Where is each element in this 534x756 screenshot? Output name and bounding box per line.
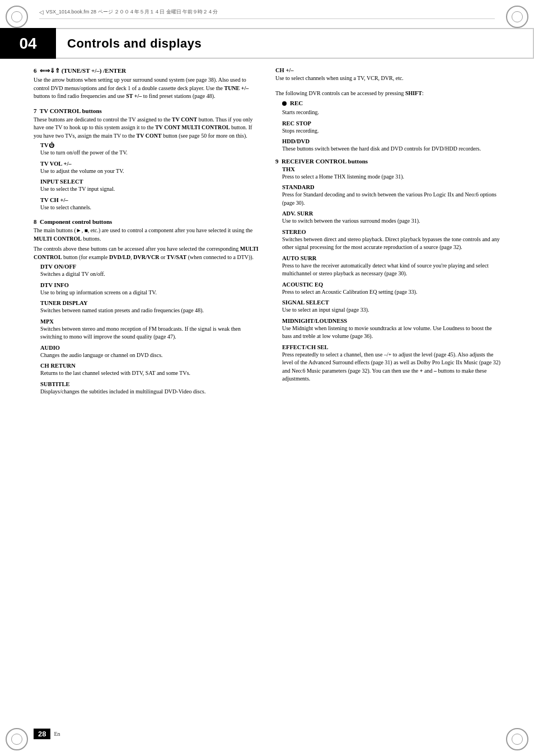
rcv-adv-surr-body: Use to switch between the various surrou… — [282, 217, 500, 226]
comp-audio-label: AUDIO — [40, 345, 259, 351]
rcv-adv-surr-label: ADV. SURR — [282, 210, 500, 217]
section-ch: CH +/– Use to select channels when using… — [275, 67, 500, 83]
comp-ch-return: CH RETURN Returns to the last channel se… — [40, 363, 259, 378]
chapter-header: 04 Controls and displays — [0, 28, 534, 59]
dvr-rec-stop-label: REC STOP — [282, 120, 500, 126]
section-7-body: These buttons are dedicated to control t… — [34, 116, 259, 140]
top-bar-arrow: ◁ — [39, 9, 44, 15]
comp-dtv-onoff-label: DTV ON/OFF — [40, 264, 259, 270]
rcv-stereo: STEREO Switches between direct and stere… — [282, 229, 500, 252]
chapter-title: Controls and displays — [67, 36, 202, 51]
comp-dtv-info: DTV INFO Use to bring up information scr… — [40, 282, 259, 297]
corner-decoration-bl — [0, 722, 34, 756]
section-8-body1: The main buttons (►, ■, etc.) are used t… — [34, 227, 259, 243]
rcv-midnight-loudness-label: MIDNIGHT/LOUDNESS — [282, 318, 500, 324]
comp-tuner-display-body: Switches between named station presets a… — [40, 307, 259, 315]
chapter-number-box: 04 — [0, 28, 56, 59]
rcv-standard: STANDARD Press for Standard decoding and… — [282, 184, 500, 207]
rcv-signal-select-body: Use to select an input signal (page 33). — [282, 306, 500, 314]
comp-subtitle-label: SUBTITLE — [40, 381, 259, 387]
rcv-midnight-loudness: MIDNIGHT/LOUDNESS Use Midnight when list… — [282, 318, 500, 341]
dvr-hdd-dvd-label: HDD/DVD — [282, 138, 500, 144]
rcv-acoustic-eq: ACOUSTIC EQ Press to select an Acoustic … — [282, 281, 500, 297]
rcv-signal-select: SIGNAL SELECT Use to select an input sig… — [282, 299, 500, 314]
dvr-note: The following DVR controls can be access… — [275, 90, 500, 98]
section-9: 9 RECEIVER CONTROL buttons THX Press to … — [275, 158, 500, 383]
rcv-stereo-body: Switches between direct and stereo playb… — [282, 236, 500, 252]
dvr-rec: REC Starts recording. — [282, 100, 500, 117]
comp-audio-body: Changes the audio language or channel on… — [40, 351, 259, 360]
section-6-heading: 6 ⇐⇒⇓⇑ (TUNE/ST +/–) /ENTER — [34, 67, 259, 74]
rcv-midnight-loudness-body: Use Midnight when listening to movie sou… — [282, 325, 500, 341]
rcv-effect-ch-sel-body: Press repeatedly to select a channel, th… — [282, 351, 500, 383]
rcv-standard-body: Press for Standard decoding and to switc… — [282, 191, 500, 207]
tv-sub-vol: TV VOL +/– Use to adjust the volume on y… — [40, 161, 259, 176]
dvr-rec-bullet: REC — [282, 100, 500, 106]
tv-sub-vol-body: Use to adjust the volume on your TV. — [40, 167, 259, 176]
comp-dtv-onoff-body: Switches a digital TV on/off. — [40, 270, 259, 279]
tv-sub-vol-label: TV VOL +/– — [40, 161, 259, 167]
comp-mpx: MPX Switches between stereo and mono rec… — [40, 318, 259, 341]
tv-sub-power-body: Use to turn on/off the power of the TV. — [40, 149, 259, 157]
section-7-heading: 7 TV CONTROL buttons — [34, 107, 259, 114]
dvr-rec-bullet-icon — [282, 101, 287, 106]
rcv-standard-label: STANDARD — [282, 184, 500, 190]
comp-tuner-display: TUNER DISPLAY Switches between named sta… — [40, 300, 259, 315]
comp-audio: AUDIO Changes the audio language or chan… — [40, 345, 259, 360]
ch-label: CH +/– — [275, 67, 500, 73]
right-column: CH +/– Use to select channels when using… — [275, 67, 500, 711]
dvr-rec-body: Starts recording. — [282, 109, 500, 117]
dvr-rec-stop-body: Stops recording. — [282, 127, 500, 135]
rcv-auto-surr: AUTO SURR Press to have the receiver aut… — [282, 255, 500, 278]
comp-dtv-info-label: DTV INFO — [40, 282, 259, 288]
comp-subtitle-body: Displays/changes the subtitles included … — [40, 388, 259, 396]
rcv-effect-ch-sel: EFFECT/CH SEL Press repeatedly to select… — [282, 344, 500, 383]
section-7: 7 TV CONTROL buttons These buttons are d… — [34, 107, 259, 212]
section-6: 6 ⇐⇒⇓⇑ (TUNE/ST +/–) /ENTER Use the arro… — [34, 67, 259, 101]
comp-dtv-info-body: Use to bring up information screens on a… — [40, 289, 259, 297]
rcv-thx: THX Press to select a Home THX listening… — [282, 166, 500, 181]
ch-body: Use to select channels when using a TV, … — [275, 74, 500, 83]
rcv-stereo-label: STEREO — [282, 229, 500, 235]
comp-tuner-display-label: TUNER DISPLAY — [40, 300, 259, 306]
dvr-hdd-dvd: HDD/DVD These buttons switch between the… — [282, 138, 500, 153]
comp-ch-return-label: CH RETURN — [40, 363, 259, 369]
main-content: 6 ⇐⇒⇓⇑ (TUNE/ST +/–) /ENTER Use the arro… — [34, 67, 500, 711]
section-8-heading: 8 Component control buttons — [34, 218, 259, 225]
dvr-rec-label: REC — [290, 100, 303, 106]
top-bar: ◁ VSX_1014.book.fm 28 ページ ２００４年５月１４日 金曜日… — [39, 8, 495, 19]
rcv-signal-select-label: SIGNAL SELECT — [282, 299, 500, 306]
tv-sub-ch-label: TV CH +/– — [40, 197, 259, 203]
chapter-title-box: Controls and displays — [56, 28, 534, 59]
section-6-body: Use the arrow buttons when setting up yo… — [34, 76, 259, 101]
comp-ch-return-body: Returns to the last channel selected wit… — [40, 369, 259, 378]
section-8-body2: The controls above these buttons can be … — [34, 245, 259, 261]
corner-decoration-br — [500, 722, 534, 756]
left-column: 6 ⇐⇒⇓⇑ (TUNE/ST +/–) /ENTER Use the arro… — [34, 67, 259, 711]
rcv-thx-label: THX — [282, 166, 500, 172]
section-9-heading: 9 RECEIVER CONTROL buttons — [275, 158, 500, 165]
tv-sub-ch: TV CH +/– Use to select channels. — [40, 197, 259, 212]
comp-dtv-onoff: DTV ON/OFF Switches a digital TV on/off. — [40, 264, 259, 279]
page-label: En — [54, 731, 60, 737]
dvr-rec-stop: REC STOP Stops recording. — [282, 120, 500, 135]
rcv-adv-surr: ADV. SURR Use to switch between the vari… — [282, 210, 500, 226]
section-8: 8 Component control buttons The main but… — [34, 218, 259, 396]
rcv-auto-surr-body: Press to have the receiver automatically… — [282, 262, 500, 278]
tv-sub-input: INPUT SELECT Use to select the TV input … — [40, 179, 259, 194]
tv-sub-ch-body: Use to select channels. — [40, 204, 259, 212]
rcv-acoustic-eq-body: Press to select an Acoustic Calibration … — [282, 288, 500, 297]
comp-mpx-label: MPX — [40, 318, 259, 325]
dvr-hdd-dvd-body: These buttons switch between the hard di… — [282, 145, 500, 153]
top-bar-text: VSX_1014.book.fm 28 ページ ２００４年５月１４日 金曜日 午… — [46, 8, 218, 16]
chapter-number: 04 — [19, 35, 36, 53]
rcv-thx-body: Press to select a Home THX listening mod… — [282, 173, 500, 181]
comp-mpx-body: Switches between stereo and mono recepti… — [40, 325, 259, 341]
tv-sub-power: TV⏻ Use to turn on/off the power of the … — [40, 142, 259, 157]
tv-sub-input-label: INPUT SELECT — [40, 179, 259, 185]
comp-subtitle: SUBTITLE Displays/changes the subtitles … — [40, 381, 259, 396]
tv-sub-input-body: Use to select the TV input signal. — [40, 185, 259, 194]
page-number: 28 — [34, 729, 50, 739]
page-footer: 28 En — [34, 729, 60, 739]
rcv-auto-surr-label: AUTO SURR — [282, 255, 500, 261]
